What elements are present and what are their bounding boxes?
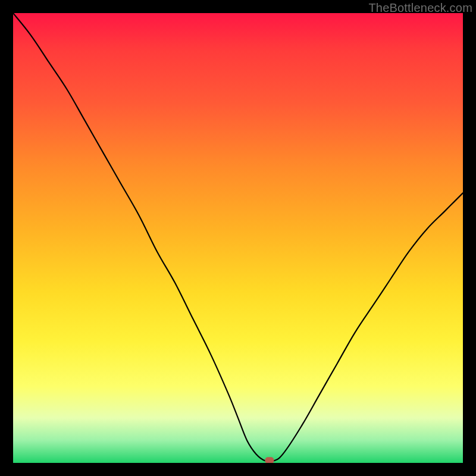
minimum-marker (265, 457, 274, 463)
curve-svg (13, 13, 463, 463)
plot-area (13, 13, 463, 463)
bottleneck-curve (13, 13, 463, 462)
chart-frame: TheBottleneck.com (0, 0, 476, 476)
